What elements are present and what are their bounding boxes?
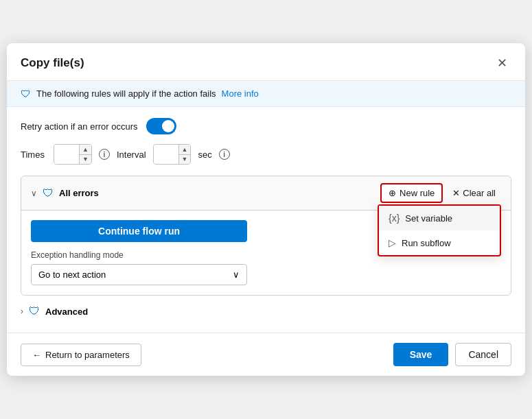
errors-title: All errors bbox=[59, 188, 99, 198]
clear-all-button[interactable]: ✕ Clear all bbox=[447, 184, 501, 202]
errors-header: ∨ 🛡 All errors ⊕ New rule ✕ Clear all bbox=[21, 176, 511, 211]
interval-value[interactable]: 2 bbox=[154, 145, 178, 164]
set-variable-icon: {x} bbox=[389, 213, 400, 224]
advanced-chevron-icon: › bbox=[21, 307, 23, 316]
set-variable-label: Set variable bbox=[405, 213, 452, 224]
shield-icon: 🛡 bbox=[21, 88, 31, 99]
interval-label: Interval bbox=[117, 149, 146, 160]
dialog-title: Copy file(s) bbox=[21, 56, 84, 70]
arrow-left-icon: ← bbox=[32, 350, 41, 360]
run-subflow-label: Run subflow bbox=[402, 238, 451, 248]
new-rule-dropdown: {x} Set variable ▷ Run subflow bbox=[378, 204, 501, 256]
times-row: Times 1 ▲ ▼ i Interval 2 ▲ ▼ sec i bbox=[21, 144, 511, 165]
chevron-down-icon: ∨ bbox=[233, 270, 240, 280]
continue-flow-button[interactable]: Continue flow run bbox=[31, 220, 247, 242]
run-subflow-item[interactable]: ▷ Run subflow bbox=[379, 230, 500, 255]
sec-label: sec bbox=[198, 149, 211, 160]
errors-shield-icon: 🛡 bbox=[43, 187, 54, 200]
times-input[interactable]: 1 ▲ ▼ bbox=[54, 144, 92, 165]
set-variable-item[interactable]: {x} Set variable bbox=[379, 206, 500, 230]
errors-section: ∨ 🛡 All errors ⊕ New rule ✕ Clear all bbox=[21, 176, 511, 296]
footer-right: Save Cancel bbox=[393, 343, 511, 366]
interval-info-icon: i bbox=[219, 149, 230, 160]
info-bar: 🛡 The following rules will apply if the … bbox=[7, 81, 525, 107]
dialog-header: Copy file(s) ✕ bbox=[7, 43, 525, 81]
errors-header-right: ⊕ New rule ✕ Clear all {x} Set variable bbox=[380, 183, 501, 203]
advanced-section[interactable]: › 🛡 Advanced bbox=[21, 296, 511, 322]
return-label: Return to parameters bbox=[45, 350, 130, 360]
times-down[interactable]: ▼ bbox=[80, 155, 91, 165]
times-info-icon: i bbox=[99, 149, 110, 160]
return-button[interactable]: ← Return to parameters bbox=[21, 344, 141, 366]
interval-spinners: ▲ ▼ bbox=[178, 145, 191, 164]
new-rule-button[interactable]: ⊕ New rule bbox=[380, 183, 443, 203]
cancel-button[interactable]: Cancel bbox=[455, 343, 511, 366]
retry-row: Retry action if an error occurs bbox=[21, 118, 511, 134]
exception-value: Go to next action bbox=[38, 270, 106, 280]
run-subflow-icon: ▷ bbox=[389, 237, 396, 248]
more-info-link[interactable]: More info bbox=[222, 88, 259, 99]
times-up[interactable]: ▲ bbox=[80, 145, 91, 155]
times-spinners: ▲ ▼ bbox=[79, 145, 91, 164]
plus-icon: ⊕ bbox=[389, 188, 396, 198]
new-rule-label: New rule bbox=[400, 188, 435, 198]
retry-toggle[interactable] bbox=[146, 118, 176, 134]
info-text: The following rules will apply if the ac… bbox=[36, 88, 216, 99]
interval-up[interactable]: ▲ bbox=[179, 145, 191, 155]
times-value[interactable]: 1 bbox=[54, 145, 79, 164]
retry-label: Retry action if an error occurs bbox=[21, 121, 138, 132]
errors-chevron-icon[interactable]: ∨ bbox=[31, 189, 37, 198]
exception-dropdown[interactable]: Go to next action ∨ bbox=[31, 264, 247, 285]
exception-dropdown-wrapper: Go to next action ∨ bbox=[31, 264, 247, 285]
copy-files-dialog: Copy file(s) ✕ 🛡 The following rules wil… bbox=[7, 43, 525, 376]
times-label: Times bbox=[21, 149, 47, 160]
save-button[interactable]: Save bbox=[393, 343, 449, 366]
advanced-label: Advanced bbox=[45, 307, 88, 317]
interval-input[interactable]: 2 ▲ ▼ bbox=[153, 144, 192, 165]
dialog-body: Retry action if an error occurs Times 1 … bbox=[7, 107, 525, 333]
errors-header-left: ∨ 🛡 All errors bbox=[31, 187, 99, 200]
close-button[interactable]: ✕ bbox=[493, 54, 511, 72]
interval-down[interactable]: ▼ bbox=[179, 155, 191, 165]
advanced-shield-icon: 🛡 bbox=[29, 305, 40, 318]
clear-all-label: Clear all bbox=[463, 188, 496, 198]
dialog-footer: ← Return to parameters Save Cancel bbox=[7, 333, 525, 376]
x-icon: ✕ bbox=[452, 188, 460, 198]
